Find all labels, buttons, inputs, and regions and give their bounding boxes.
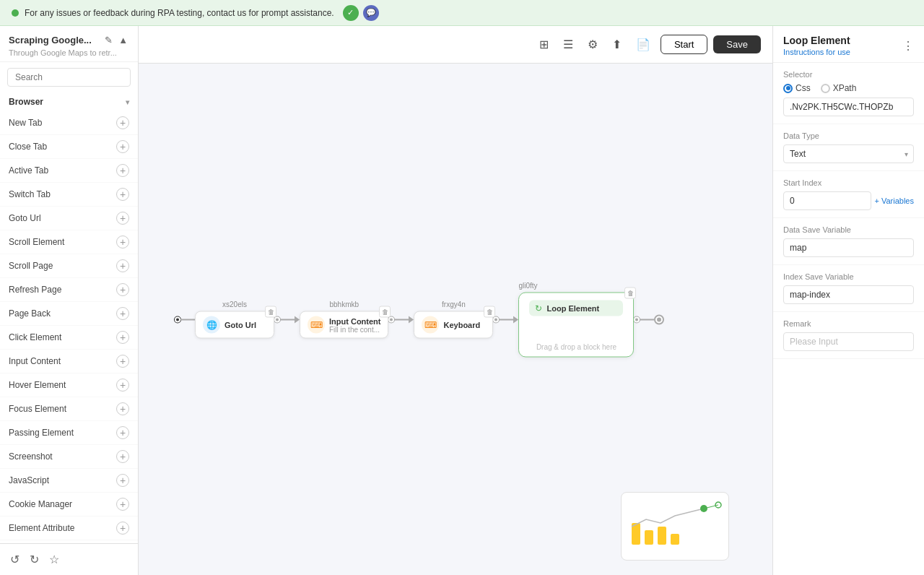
sidebar-item-label: Scroll Element — [9, 237, 64, 247]
index-save-variable-label: Index Save Variable — [783, 272, 914, 281]
add-goto-url-button[interactable]: + — [116, 212, 129, 225]
browser-section-header[interactable]: Browser ▾ — [0, 92, 138, 111]
sidebar-item-javascript[interactable]: JavaScript + — [0, 469, 138, 493]
bottom-toolbar: ↺ ↻ ☆ — [0, 543, 138, 575]
add-click-element-button[interactable]: + — [116, 331, 129, 344]
document-button[interactable]: 📄 — [632, 35, 655, 54]
add-screenshot-button[interactable]: + — [116, 450, 129, 463]
node-box-keyboard[interactable]: 🗑 ⌨ Keyboard — [414, 311, 493, 339]
sidebar-item-click-element[interactable]: Click Element + — [0, 326, 138, 350]
top-banner: For any issues or feedback during RPA te… — [0, 0, 924, 26]
add-close-tab-button[interactable]: + — [116, 140, 129, 153]
sidebar-item-label: Focus Element — [9, 404, 66, 414]
sidebar-item-close-tab[interactable]: Close Tab + — [0, 135, 138, 159]
sidebar-item-label: Goto Url — [9, 213, 41, 223]
node-box-input-content[interactable]: 🗑 ⌨ Input Content Fill in the cont... — [300, 311, 388, 339]
sidebar-item-new-tab[interactable]: New Tab + — [0, 111, 138, 135]
sidebar-item-hover-element[interactable]: Hover Element + — [0, 373, 138, 397]
selector-input[interactable] — [783, 98, 914, 116]
flow-node-loop-element[interactable]: gli0fty 🗑 ↻ Loop Element Drag & drop a b… — [518, 282, 634, 358]
project-collapse-button[interactable]: ▲ — [117, 33, 129, 47]
xpath-radio-option[interactable]: XPath — [821, 83, 857, 93]
add-hover-element-button[interactable]: + — [116, 379, 129, 392]
sidebar-item-screenshot[interactable]: Screenshot + — [0, 445, 138, 469]
delete-goto-url-icon[interactable]: 🗑 — [265, 306, 276, 318]
flow-node-input-content[interactable]: bbhkmkb 🗑 ⌨ Input Content Fill in the co… — [300, 301, 388, 339]
save-button[interactable]: Save — [713, 35, 761, 53]
list-view-button[interactable]: ☰ — [559, 35, 578, 54]
data-save-variable-section: Data Save Variable — [773, 218, 924, 265]
sidebar-item-element-attribute[interactable]: Element Attribute + — [0, 516, 138, 540]
sidebar-item-focus-element[interactable]: Focus Element + — [0, 397, 138, 421]
add-switch-tab-button[interactable]: + — [116, 188, 129, 201]
start-index-input[interactable] — [783, 191, 871, 210]
flow-node-goto-url[interactable]: xs20els 🗑 🌐 Goto Url — [195, 301, 274, 339]
xpath-label: XPath — [833, 83, 857, 93]
add-refresh-page-button[interactable]: + — [116, 283, 129, 296]
banner-icon-chat: 💬 — [363, 5, 379, 21]
panel-menu-button[interactable]: ⋮ — [902, 39, 914, 53]
css-radio-option[interactable]: Css — [783, 83, 811, 93]
css-label: Css — [796, 83, 811, 93]
sidebar-item-cookie-manager[interactable]: Cookie Manager + — [0, 493, 138, 516]
project-edit-button[interactable]: ✎ — [103, 33, 114, 47]
add-active-tab-button[interactable]: + — [116, 164, 129, 177]
sidebar-item-active-tab[interactable]: Active Tab + — [0, 159, 138, 183]
data-type-select[interactable]: Text HTML Attribute — [783, 144, 914, 163]
sidebar-item-goto-url[interactable]: Goto Url + — [0, 207, 138, 230]
panel-title: Loop Element — [783, 35, 850, 46]
undo-button[interactable]: ↺ — [9, 551, 21, 568]
sidebar-item-refresh-page[interactable]: Refresh Page + — [0, 278, 138, 302]
canvas[interactable]: xs20els 🗑 🌐 Goto Url — [139, 64, 772, 575]
search-input[interactable] — [7, 68, 131, 87]
add-element-attribute-button[interactable]: + — [116, 522, 129, 535]
node-id-label: bbhkmkb — [329, 301, 359, 308]
canvas-area: ⊞ ☰ ⚙ ⬆ 📄 Start Save xs20els � — [139, 26, 772, 575]
add-scroll-element-button[interactable]: + — [116, 235, 129, 248]
add-focus-element-button[interactable]: + — [116, 402, 129, 415]
start-index-label: Start Index — [783, 178, 914, 187]
sidebar-item-passing-element[interactable]: Passing Element + — [0, 421, 138, 445]
conn-dot — [493, 316, 499, 322]
sidebar-item-page-back[interactable]: Page Back + — [0, 302, 138, 326]
svg-rect-1 — [645, 530, 653, 545]
loop-node-box[interactable]: 🗑 ↻ Loop Element Drag & drop a block her… — [518, 293, 634, 358]
settings-button[interactable]: ⚙ — [583, 35, 602, 54]
input-content-icon: ⌨ — [308, 316, 325, 334]
node-box-goto-url[interactable]: 🗑 🌐 Goto Url — [195, 311, 274, 339]
search-container — [0, 62, 138, 92]
add-javascript-button[interactable]: + — [116, 474, 129, 487]
add-passing-element-button[interactable]: + — [116, 426, 129, 439]
sidebar-item-label: Hover Element — [9, 380, 66, 390]
start-button[interactable]: Start — [661, 35, 707, 54]
sidebar-item-scroll-element[interactable]: Scroll Element + — [0, 230, 138, 254]
data-save-variable-input[interactable] — [783, 238, 914, 257]
add-input-content-button[interactable]: + — [116, 355, 129, 368]
redo-button[interactable]: ↻ — [28, 551, 40, 568]
flow-node-keyboard[interactable]: frxgy4n 🗑 ⌨ Keyboard — [414, 301, 493, 339]
add-scroll-page-button[interactable]: + — [116, 259, 129, 272]
delete-keyboard-icon[interactable]: 🗑 — [484, 306, 495, 318]
sidebar-item-label: Passing Element — [9, 428, 74, 438]
index-save-variable-input[interactable] — [783, 285, 914, 304]
grid-view-button[interactable]: ⊞ — [535, 35, 553, 54]
star-button[interactable]: ☆ — [48, 551, 61, 568]
remark-input[interactable] — [783, 332, 914, 351]
sidebar-item-input-content[interactable]: Input Content + — [0, 350, 138, 373]
share-button[interactable]: ⬆ — [608, 35, 626, 54]
sidebar-item-label: Refresh Page — [9, 285, 61, 295]
add-new-tab-button[interactable]: + — [116, 116, 129, 129]
add-page-back-button[interactable]: + — [116, 307, 129, 320]
start-index-input-row: + Variables — [783, 191, 914, 210]
sidebar-item-switch-tab[interactable]: Switch Tab + — [0, 183, 138, 207]
sidebar-item-scroll-page[interactable]: Scroll Page + — [0, 254, 138, 278]
flow-nodes-container: xs20els 🗑 🌐 Goto Url — [175, 282, 664, 358]
plus-variables-button[interactable]: + Variables — [874, 196, 914, 205]
canvas-toolbar: ⊞ ☰ ⚙ ⬆ 📄 Start Save — [139, 26, 772, 64]
data-type-label: Data Type — [783, 131, 914, 140]
instructions-link[interactable]: Instructions for use — [783, 48, 850, 56]
add-cookie-manager-button[interactable]: + — [116, 498, 129, 511]
delete-input-content-icon[interactable]: 🗑 — [379, 306, 391, 318]
goto-url-icon: 🌐 — [203, 316, 220, 334]
delete-loop-icon[interactable]: 🗑 — [624, 288, 636, 299]
